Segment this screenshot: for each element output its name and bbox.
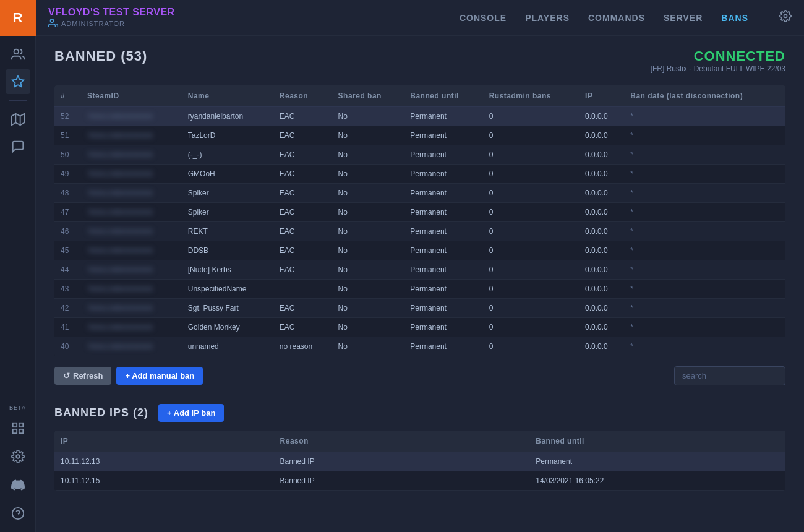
refresh-icon: ↺ <box>63 371 70 380</box>
ip-table-row[interactable]: 10.11.12.13 Banned IP Permanent <box>54 452 785 471</box>
nav-console[interactable]: CONSOLE <box>460 13 507 23</box>
row-rustadmin: 0 <box>483 126 579 145</box>
beta-grid-icon[interactable] <box>6 416 30 440</box>
row-date: * <box>624 337 785 356</box>
col-date: Ban date (last disconnection) <box>624 85 785 107</box>
table-row[interactable]: 43 76561198XXXXXXXX UnspecifiedName No P… <box>54 280 785 299</box>
table-row[interactable]: 47 76561198XXXXXXXX Spiker EAC No Perman… <box>54 203 785 222</box>
row-reason: EAC <box>273 165 332 184</box>
table-row[interactable]: 42 76561198XXXXXXXX Sgt. Pussy Fart EAC … <box>54 299 785 318</box>
row-num: 43 <box>54 280 81 299</box>
svg-marker-2 <box>11 114 24 125</box>
nav-commands[interactable]: COMMANDS <box>588 13 645 23</box>
row-name: REKT <box>182 222 273 241</box>
search-input[interactable] <box>674 366 785 385</box>
row-date: * <box>624 280 785 299</box>
row-shared: No <box>332 241 404 260</box>
row-until: Permanent <box>404 318 482 337</box>
row-until: Permanent <box>404 126 482 145</box>
row-name: Sgt. Pussy Fart <box>182 299 273 318</box>
ip-col-ip: IP <box>54 431 274 452</box>
ip-row-ip: 10.11.12.15 <box>54 471 274 491</box>
row-name: unnamed <box>182 337 273 356</box>
svg-point-9 <box>16 455 20 458</box>
row-rustadmin: 0 <box>483 280 579 299</box>
role-label: ADMINISTRATOR <box>61 20 125 27</box>
table-row[interactable]: 50 76561198XXXXXXXX (-_-) EAC No Permane… <box>54 145 785 165</box>
svg-rect-6 <box>19 423 22 427</box>
row-shared: No <box>332 126 404 145</box>
col-reason: Reason <box>273 85 332 107</box>
table-row[interactable]: 40 76561198XXXXXXXX unnamed no reason No… <box>54 337 785 356</box>
sidebar: R BETA <box>0 0 36 532</box>
row-num: 48 <box>54 184 81 203</box>
table-row[interactable]: 45 76561198XXXXXXXX DDSB EAC No Permanen… <box>54 241 785 260</box>
discord-icon[interactable] <box>6 473 30 497</box>
table-row[interactable]: 46 76561198XXXXXXXX REKT EAC No Permanen… <box>54 222 785 241</box>
col-steamid: SteamID <box>81 85 182 107</box>
row-until: Permanent <box>404 165 482 184</box>
svg-rect-8 <box>19 429 22 433</box>
ip-table-row[interactable]: 10.11.12.15 Banned IP 14/03/2021 16:05:2… <box>54 471 785 491</box>
help-icon[interactable] <box>6 501 30 526</box>
sidebar-item-map[interactable] <box>6 107 30 132</box>
row-rustadmin: 0 <box>483 165 579 184</box>
row-ip: 0.0.0.0 <box>579 241 624 260</box>
sidebar-item-bans[interactable] <box>6 69 30 94</box>
row-steamid: 76561198XXXXXXXX <box>81 318 182 337</box>
nav-bans[interactable]: BANS <box>721 13 748 23</box>
row-date: * <box>624 126 785 145</box>
row-name: Spiker <box>182 184 273 203</box>
table-row[interactable]: 41 76561198XXXXXXXX Golden Monkey EAC No… <box>54 318 785 337</box>
row-reason: EAC <box>273 203 332 222</box>
svg-rect-7 <box>12 429 16 433</box>
row-until: Permanent <box>404 299 482 318</box>
col-until: Banned until <box>404 85 482 107</box>
settings-icon[interactable] <box>6 444 30 469</box>
row-date: * <box>624 145 785 165</box>
row-until: Permanent <box>404 260 482 280</box>
col-shared: Shared ban <box>332 85 404 107</box>
table-row[interactable]: 44 76561198XXXXXXXX [Nude] Kerbs EAC No … <box>54 260 785 280</box>
row-until: Permanent <box>404 337 482 356</box>
row-name: ryandanielbarton <box>182 107 273 126</box>
row-num: 41 <box>54 318 81 337</box>
row-name: UnspecifiedName <box>182 280 273 299</box>
row-reason: EAC <box>273 184 332 203</box>
app-logo[interactable]: R <box>0 0 36 36</box>
row-until: Permanent <box>404 203 482 222</box>
table-row[interactable]: 48 76561198XXXXXXXX Spiker EAC No Perman… <box>54 184 785 203</box>
table-row[interactable]: 52 76561198XXXXXXXX ryandanielbarton EAC… <box>54 107 785 126</box>
status-connected: CONNECTED <box>651 48 785 64</box>
nav-settings-icon[interactable] <box>779 10 792 25</box>
row-name: Golden Monkey <box>182 318 273 337</box>
row-date: * <box>624 318 785 337</box>
nav-players[interactable]: PLAYERS <box>525 13 570 23</box>
row-until: Permanent <box>404 222 482 241</box>
table-row[interactable]: 51 76561198XXXXXXXX TazLorD EAC No Perma… <box>54 126 785 145</box>
row-rustadmin: 0 <box>483 299 579 318</box>
row-name: DDSB <box>182 241 273 260</box>
row-ip: 0.0.0.0 <box>579 337 624 356</box>
row-shared: No <box>332 280 404 299</box>
add-manual-ban-button[interactable]: + Add manual ban <box>116 367 203 385</box>
server-info: VFLOYD'S TEST SERVER ADMINISTRATOR <box>48 7 175 29</box>
col-num: # <box>54 85 81 107</box>
row-until: Permanent <box>404 184 482 203</box>
sidebar-item-players[interactable] <box>6 42 30 67</box>
row-reason: EAC <box>273 145 332 165</box>
col-rustadmin: Rustadmin bans <box>483 85 579 107</box>
refresh-button[interactable]: ↺ Refresh <box>54 367 111 385</box>
server-name: VFLOYD'S TEST SERVER <box>48 7 175 18</box>
nav-server[interactable]: SERVER <box>664 13 703 23</box>
row-date: * <box>624 203 785 222</box>
ip-row-ip: 10.11.12.13 <box>54 452 274 471</box>
row-ip: 0.0.0.0 <box>579 145 624 165</box>
add-ip-ban-button[interactable]: + Add IP ban <box>158 404 224 422</box>
row-rustadmin: 0 <box>483 337 579 356</box>
row-num: 42 <box>54 299 81 318</box>
sidebar-item-chat[interactable] <box>6 134 30 159</box>
row-ip: 0.0.0.0 <box>579 107 624 126</box>
row-ip: 0.0.0.0 <box>579 165 624 184</box>
table-row[interactable]: 49 76561198XXXXXXXX GMOoH EAC No Permane… <box>54 165 785 184</box>
